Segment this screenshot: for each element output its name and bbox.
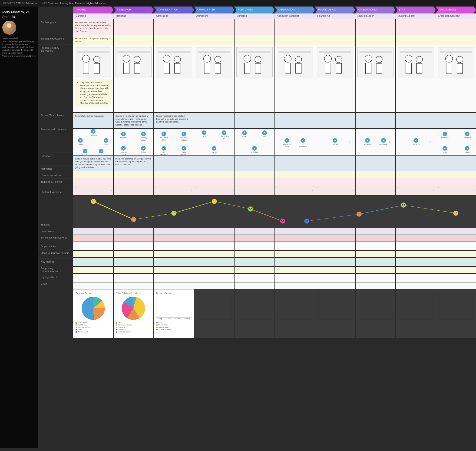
cell[interactable]: [234, 45, 275, 112]
cell[interactable]: [356, 113, 396, 128]
cell[interactable]: [114, 274, 154, 282]
cell[interactable]: [234, 267, 275, 273]
cell[interactable]: [436, 258, 476, 266]
cell[interactable]: [315, 156, 356, 171]
cell[interactable]: [436, 228, 476, 235]
cell[interactable]: [275, 267, 315, 273]
cell[interactable]: [73, 267, 114, 273]
cell[interactable]: [73, 235, 114, 242]
cell[interactable]: [275, 289, 315, 338]
cell[interactable]: [275, 274, 315, 282]
cell[interactable]: [234, 251, 275, 257]
cell[interactable]: [436, 251, 476, 257]
cell[interactable]: [396, 235, 436, 242]
cell[interactable]: [356, 282, 396, 289]
cell[interactable]: [114, 267, 154, 273]
cell[interactable]: [275, 35, 315, 45]
stage-application[interactable]: APPLICATION: [275, 6, 315, 13]
cell[interactable]: [436, 45, 476, 112]
cell[interactable]: [234, 156, 275, 171]
cell[interactable]: [356, 258, 396, 266]
cell[interactable]: [436, 35, 476, 45]
cell[interactable]: [356, 242, 396, 250]
cell[interactable]: [154, 171, 194, 178]
cell[interactable]: [194, 289, 235, 338]
cell[interactable]: [73, 258, 114, 266]
cell[interactable]: [396, 242, 436, 250]
cell[interactable]: Saw re-messaging ads, clicked through th…: [154, 113, 194, 128]
cell[interactable]: “”: [396, 185, 436, 195]
cell[interactable]: [396, 35, 436, 45]
cell[interactable]: [234, 235, 275, 242]
cell[interactable]: “”: [356, 185, 396, 195]
cell[interactable]: [315, 235, 356, 242]
cell[interactable]: [194, 171, 235, 178]
cell[interactable]: [154, 282, 194, 289]
cell[interactable]: [234, 35, 275, 45]
cell[interactable]: [194, 251, 235, 257]
cell[interactable]: Did a few searches on Google, served up …: [114, 156, 154, 171]
cell[interactable]: [356, 19, 396, 35]
cell[interactable]: [114, 19, 154, 35]
cell[interactable]: ●Face-to-face●Orientation: [356, 129, 396, 155]
cell[interactable]: [194, 19, 235, 35]
cell[interactable]: [114, 35, 154, 45]
cell[interactable]: Exposure PointsSocial MediaPaid MediaBra…: [73, 289, 114, 338]
cell[interactable]: [73, 282, 114, 289]
cell[interactable]: [436, 171, 476, 178]
cell[interactable]: Decision CriteriaComp 1Comp 2Comp 3Comp …: [154, 289, 194, 338]
cell[interactable]: [275, 171, 315, 178]
cell[interactable]: [234, 274, 275, 282]
cell[interactable]: [73, 251, 114, 257]
cell[interactable]: [114, 258, 154, 266]
cell[interactable]: [154, 251, 194, 257]
cell[interactable]: [194, 228, 235, 235]
cell[interactable]: [396, 171, 436, 178]
cell[interactable]: [154, 274, 194, 282]
cell[interactable]: [436, 267, 476, 273]
cell[interactable]: ●Email●SMS●Direct Mail: [234, 129, 275, 155]
cell[interactable]: “”: [154, 185, 194, 195]
cell[interactable]: [114, 235, 154, 242]
stage-on-boarding[interactable]: ON-BOARDING: [355, 6, 395, 13]
cell[interactable]: [396, 156, 436, 171]
cell[interactable]: [154, 242, 194, 250]
cell[interactable]: “”: [234, 185, 275, 195]
cell[interactable]: ●First Week: [396, 129, 436, 155]
cell[interactable]: [275, 45, 315, 112]
cell[interactable]: [356, 267, 396, 273]
cell[interactable]: [234, 289, 275, 338]
cell[interactable]: “”: [275, 185, 315, 195]
cell[interactable]: [396, 267, 436, 273]
cell[interactable]: [356, 235, 396, 242]
cell[interactable]: [436, 289, 476, 338]
cell[interactable]: [234, 242, 275, 250]
cell[interactable]: [194, 258, 235, 266]
cell[interactable]: [154, 228, 194, 235]
cell[interactable]: “”: [114, 185, 154, 195]
cell[interactable]: ●Instagram●Family●Essential●Youtube●Frie…: [73, 129, 114, 155]
cell[interactable]: [73, 242, 114, 250]
cell[interactable]: [234, 228, 275, 235]
cell[interactable]: [154, 267, 194, 273]
cell[interactable]: ●Facebook●Instagram●Twitter●Friends: [436, 129, 476, 155]
cell[interactable]: [396, 178, 436, 185]
cell[interactable]: [234, 171, 275, 178]
cell[interactable]: [114, 178, 154, 185]
stage-campus visit[interactable]: CAMPUS VISIT: [194, 6, 234, 13]
cell[interactable]: [154, 258, 194, 266]
cell[interactable]: [315, 242, 356, 250]
cell[interactable]: [356, 35, 396, 45]
cell[interactable]: [194, 242, 235, 250]
cell[interactable]: “”: [436, 185, 476, 195]
cell[interactable]: [436, 274, 476, 282]
cell[interactable]: [356, 289, 396, 338]
cell[interactable]: [275, 242, 315, 250]
cell[interactable]: ●Instagram●University Website●Higher Ed …: [114, 129, 154, 155]
cell[interactable]: Mary wants to make more money since she …: [73, 19, 114, 35]
cell[interactable]: [154, 178, 194, 185]
cell[interactable]: [194, 35, 235, 45]
cell[interactable]: [275, 228, 315, 235]
cell[interactable]: [234, 19, 275, 35]
cell[interactable]: “”: [194, 185, 235, 195]
